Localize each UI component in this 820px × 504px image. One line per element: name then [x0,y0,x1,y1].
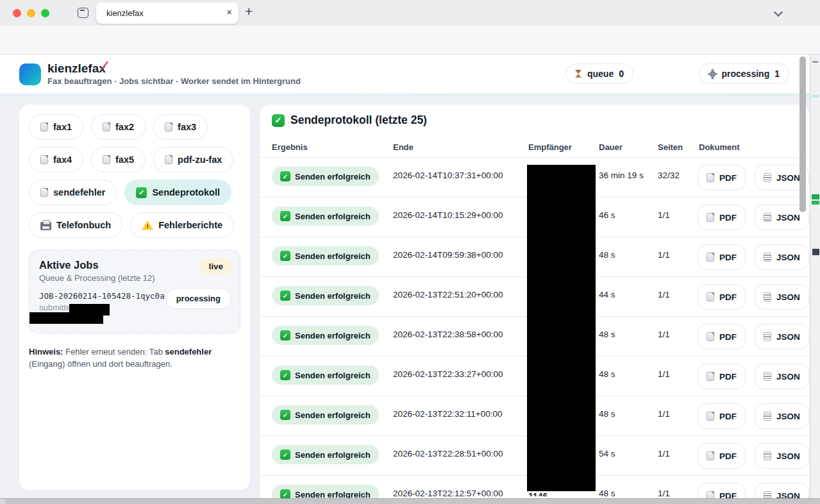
status-badge: ✓ Senden erfolgreich [272,167,379,186]
pdf-file-icon [707,253,714,262]
cell-dauer: 48 s [599,250,615,260]
pdf-button[interactable]: PDF [698,165,746,190]
table-header: Ergebnis Ende Empfänger Dauer Seiten Dok… [260,141,810,158]
page-icon [40,122,48,131]
check-icon: ✓ [280,370,290,380]
status-label: Senden erfolgreich [295,410,371,420]
cell-ende: 2026-02-13T22:38:58+00:00 [393,330,503,339]
sidebar-tab-fax5[interactable]: fax5 [91,147,146,172]
window-close-button[interactable] [13,9,21,17]
vertical-scrollbar[interactable] [799,56,806,212]
json-file-icon [764,332,771,341]
cell-ende: 2026-02-13T22:28:51+00:00 [393,449,503,458]
processing-count: 1 [774,69,780,79]
cell-seiten: 1/1 [658,210,670,220]
json-button[interactable]: JSON [755,403,809,429]
page-icon [40,155,48,164]
cell-seiten: 1/1 [658,250,670,260]
check-icon: ✓ [280,171,290,181]
cell-ende: 2026-02-13T22:33:27+00:00 [393,369,503,379]
col-empfaenger: Empfänger [528,142,572,152]
json-file-icon [764,173,771,182]
status-badge: ✓ Senden erfolgreich [272,326,379,345]
col-dauer: Dauer [599,142,623,152]
check-icon: ✓ [280,449,290,460]
status-label: Senden erfolgreich [295,251,371,261]
pdf-file-icon [707,412,714,421]
hint-text: Hinweis: Fehler erneut senden: Tab sende… [29,346,242,370]
window-minimize-button[interactable] [27,9,35,17]
sidebar: fax1 fax2 fax3 fax4 fax5 pdf-zu-fax send… [19,105,250,491]
cell-seiten: 32/32 [658,171,680,180]
col-ergebnis: Ergebnis [272,142,308,152]
sidebar-tab-sendeprotokoll[interactable]: ✓ Sendeprotokoll [124,180,231,205]
json-button[interactable]: JSON [755,284,809,310]
json-button[interactable]: JSON [755,244,809,270]
pdf-file-icon [707,372,714,381]
cell-dauer: 44 s [599,290,615,299]
sidebar-tab-telefonbuch[interactable]: Telefonbuch [29,212,122,238]
sidebar-tab-fax4[interactable]: fax4 [29,147,83,172]
redaction-box [29,312,103,324]
pdf-button[interactable]: PDF [698,403,746,429]
browser-tab[interactable]: kienzlefax × [96,3,238,24]
tab-overview-icon[interactable] [78,8,88,18]
sidebar-tab-fax1[interactable]: fax1 [29,114,83,140]
status-label: Senden erfolgreich [295,291,371,301]
window-edge-strip [810,55,820,504]
page-icon [165,122,172,131]
status-badge: ✓ Senden erfolgreich [272,445,379,464]
page-icon [103,122,110,131]
status-label: Senden erfolgreich [295,172,371,181]
json-button[interactable]: JSON [755,364,809,389]
status-label: Senden erfolgreich [295,450,371,460]
browser-tab-bar: kienzlefax × + [0,0,820,26]
cell-ende: 2026-02-13T22:51:20+00:00 [393,290,503,299]
pdf-button[interactable]: PDF [698,284,746,310]
cell-seiten: 1/1 [658,369,670,379]
cell-dauer: 48 s [599,330,615,339]
status-badge: ✓ Senden erfolgreich [272,405,379,424]
pdf-button[interactable]: PDF [698,324,746,349]
pdf-button[interactable]: PDF [698,244,746,270]
tab-title: kienzlefax [106,8,144,18]
cell-dauer: 48 s [599,409,615,419]
chevron-down-icon[interactable] [774,8,783,17]
pdf-button[interactable]: PDF [698,364,746,389]
hourglass-icon [575,69,582,78]
json-file-icon [764,292,771,301]
check-icon: ✓ [280,330,290,340]
sidebar-tab-fax3[interactable]: fax3 [153,114,208,140]
app-title: kienzlefax [47,62,106,76]
json-button[interactable]: JSON [755,443,809,469]
processing-badge: processing 1 [699,63,790,84]
window-zoom-button[interactable] [41,9,49,17]
sidebar-tab-pdf-zu-fax[interactable]: pdf-zu-fax [153,147,233,172]
col-dokument: Dokument [699,142,740,152]
check-icon: ✓ [280,251,290,261]
new-tab-button[interactable]: + [245,4,253,19]
json-file-icon [764,213,771,222]
app-logo [19,63,41,85]
cell-ende: 2026-02-13T22:32:11+00:00 [393,409,503,419]
json-button[interactable]: JSON [755,324,809,349]
status-badge: ✓ Senden erfolgreich [272,365,379,385]
queue-count: 0 [619,69,624,79]
cell-ende: 2026-02-13T22:12:57+00:00 [393,489,503,498]
status-badge: ✓ Senden erfolgreich [272,206,379,226]
pdf-button[interactable]: PDF [698,205,746,230]
json-file-icon [764,253,771,262]
sidebar-tab-fax2[interactable]: fax2 [91,114,146,140]
cell-ende: 2026-02-14T10:37:31+00:00 [393,171,503,180]
printer-icon [40,222,51,230]
cell-seiten: 1/1 [658,330,670,339]
tab-close-icon[interactable]: × [226,6,232,17]
cell-seiten: 1/1 [658,409,670,419]
sidebar-tab-sendefehler[interactable]: sendefehler [29,180,117,205]
sidebar-tab-fehlerberichte[interactable]: ! Fehlerberichte [130,212,234,238]
page-icon [103,155,110,164]
cell-dauer: 46 s [599,210,615,220]
pdf-button[interactable]: PDF [698,443,746,469]
col-seiten: Seiten [658,142,683,152]
bottom-bar [0,498,820,504]
